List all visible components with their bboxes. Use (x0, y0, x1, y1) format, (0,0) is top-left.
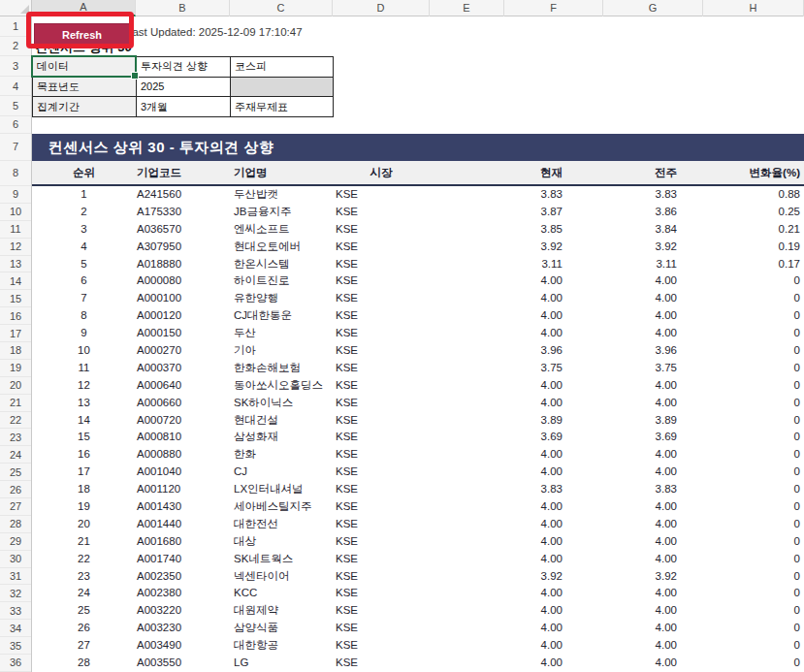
rank-cell[interactable]: 16 (32, 446, 136, 464)
market-cell[interactable]: KSE (333, 307, 430, 325)
select-all-corner[interactable] (0, 0, 32, 16)
row-header-25[interactable]: 25 (0, 464, 31, 481)
column-header-D[interactable]: D (333, 0, 430, 16)
rank-cell[interactable]: 3 (32, 221, 136, 239)
filter-cell[interactable]: 목표년도 (33, 78, 137, 98)
market-cell[interactable]: KSE (333, 585, 430, 602)
row-header-3[interactable]: 3 (0, 56, 31, 77)
market-cell[interactable]: KSE (333, 360, 430, 377)
row-header-27[interactable]: 27 (0, 498, 31, 516)
name-cell[interactable]: 한화 (230, 446, 333, 464)
market-cell[interactable]: KSE (333, 498, 430, 516)
report-column-header[interactable]: 기업명 (230, 161, 333, 184)
rank-cell[interactable]: 13 (32, 395, 136, 412)
change-cell[interactable]: 0 (703, 342, 804, 360)
market-cell[interactable]: KSE (333, 256, 430, 273)
market-cell[interactable]: KSE (333, 620, 430, 637)
name-cell[interactable]: KCC (230, 585, 333, 602)
code-cell[interactable]: A000880 (136, 446, 230, 464)
code-cell[interactable]: A001680 (136, 533, 230, 551)
change-cell[interactable]: 0 (703, 446, 804, 464)
current-cell[interactable]: 4.00 (504, 516, 603, 533)
change-cell[interactable]: 0 (703, 412, 804, 430)
market-cell[interactable]: KSE (333, 412, 430, 430)
row-header-15[interactable]: 15 (0, 290, 31, 307)
row-header-13[interactable]: 13 (0, 256, 31, 273)
market-cell[interactable]: KSE (333, 272, 430, 290)
column-header-C[interactable]: C (230, 0, 333, 16)
filter-cell[interactable]: 데이터 (33, 57, 137, 78)
report-column-header[interactable]: 시장 (333, 161, 430, 184)
row-header-1[interactable]: 1 (0, 16, 31, 37)
code-cell[interactable]: A000100 (136, 290, 230, 307)
prev-week-cell[interactable]: 3.83 (603, 186, 703, 204)
code-cell[interactable]: A001430 (136, 498, 230, 516)
code-cell[interactable]: A001120 (136, 481, 230, 498)
rank-cell[interactable]: 10 (32, 342, 136, 360)
name-cell[interactable]: 엔씨소프트 (230, 221, 333, 239)
filter-cell[interactable]: 코스피 (231, 57, 334, 78)
name-cell[interactable]: 세아베스틸지주 (230, 498, 333, 516)
prev-week-cell[interactable]: 4.00 (603, 498, 703, 516)
name-cell[interactable]: 대원제약 (230, 602, 333, 620)
prev-week-cell[interactable]: 4.00 (603, 272, 703, 290)
market-cell[interactable]: KSE (333, 568, 430, 586)
rank-cell[interactable]: 17 (32, 464, 136, 481)
row-header-2[interactable]: 2 (0, 37, 31, 57)
prev-week-cell[interactable]: 4.00 (603, 307, 703, 325)
code-cell[interactable]: A000120 (136, 307, 230, 325)
change-cell[interactable]: 0 (703, 637, 804, 655)
name-cell[interactable]: 두산밥캣 (230, 186, 333, 204)
current-cell[interactable]: 3.92 (504, 239, 603, 256)
market-cell[interactable]: KSE (333, 395, 430, 412)
current-cell[interactable]: 4.00 (504, 585, 603, 602)
code-cell[interactable]: A001740 (136, 551, 230, 568)
current-cell[interactable]: 4.00 (504, 290, 603, 307)
filter-cell[interactable]: 주재무제표 (231, 97, 334, 117)
report-column-header[interactable]: 현재 (504, 161, 603, 184)
row-header-30[interactable]: 30 (0, 551, 31, 568)
column-header-A[interactable]: A (32, 0, 136, 16)
prev-week-cell[interactable]: 4.00 (603, 602, 703, 620)
current-cell[interactable]: 3.83 (504, 186, 603, 204)
market-cell[interactable]: KSE (333, 533, 430, 551)
name-cell[interactable]: 넥센타이어 (230, 568, 333, 586)
current-cell[interactable]: 4.00 (504, 325, 603, 342)
prev-week-cell[interactable]: 4.00 (603, 516, 703, 533)
row-header-26[interactable]: 26 (0, 481, 31, 498)
name-cell[interactable]: 삼성화재 (230, 429, 333, 446)
change-cell[interactable]: 0 (703, 307, 804, 325)
current-cell[interactable]: 3.87 (504, 204, 603, 221)
market-cell[interactable]: KSE (333, 516, 430, 533)
name-cell[interactable]: 두산 (230, 325, 333, 342)
refresh-button[interactable]: Refresh (34, 23, 130, 46)
filter-cell[interactable]: 2025 (137, 78, 231, 98)
name-cell[interactable]: 대상 (230, 533, 333, 551)
current-cell[interactable]: 4.00 (504, 395, 603, 412)
code-cell[interactable]: A000720 (136, 412, 230, 430)
report-banner[interactable]: 컨센서스 상위 30 - 투자의견 상향 (32, 134, 804, 161)
code-cell[interactable]: A000640 (136, 377, 230, 395)
prev-week-cell[interactable]: 3.92 (603, 239, 703, 256)
row-header-24[interactable]: 24 (0, 446, 31, 464)
code-cell[interactable]: A000270 (136, 342, 230, 360)
market-cell[interactable]: KSE (333, 602, 430, 620)
name-cell[interactable]: 하이트진로 (230, 272, 333, 290)
prev-week-cell[interactable]: 4.00 (603, 585, 703, 602)
rank-cell[interactable]: 15 (32, 429, 136, 446)
change-cell[interactable]: 0 (703, 272, 804, 290)
report-column-header[interactable]: 전주 (603, 161, 703, 184)
current-cell[interactable]: 4.00 (504, 307, 603, 325)
rank-cell[interactable]: 28 (32, 655, 136, 672)
name-cell[interactable]: JB금융지주 (230, 204, 333, 221)
row-header-33[interactable]: 33 (0, 602, 31, 620)
report-column-header[interactable]: 기업코드 (136, 161, 230, 184)
rank-cell[interactable]: 9 (32, 325, 136, 342)
report-column-header[interactable]: 순위 (32, 161, 136, 184)
name-cell[interactable]: 삼양식품 (230, 620, 333, 637)
current-cell[interactable]: 4.00 (504, 602, 603, 620)
change-cell[interactable]: 0 (703, 481, 804, 498)
row-header-19[interactable]: 19 (0, 360, 31, 377)
row-header-22[interactable]: 22 (0, 412, 31, 430)
rank-cell[interactable]: 22 (32, 551, 136, 568)
